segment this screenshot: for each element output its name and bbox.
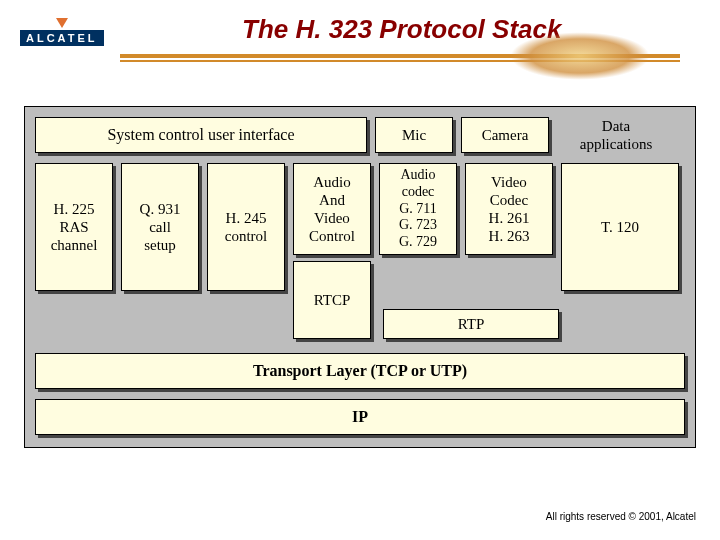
box-t120: T. 120 [561, 163, 679, 291]
protocol-stack-diagram: System control user interface Mic Camera… [24, 106, 696, 448]
alcatel-logo: ALCATEL [20, 18, 104, 46]
box-rtcp: RTCP [293, 261, 371, 339]
header-divider [120, 54, 680, 94]
box-data-applications: Data applications [557, 117, 675, 153]
box-video-codec: Video Codec H. 261 H. 263 [465, 163, 553, 255]
box-system-control: System control user interface [35, 117, 367, 153]
header-graphic-icon [510, 32, 650, 80]
box-q931: Q. 931 call setup [121, 163, 199, 291]
box-av-control: Audio And Video Control [293, 163, 371, 255]
box-rtp: RTP [383, 309, 559, 339]
box-mic: Mic [375, 117, 453, 153]
logo-marker-icon [56, 18, 68, 28]
box-ip: IP [35, 399, 685, 435]
box-h245: H. 245 control [207, 163, 285, 291]
box-transport-layer: Transport Layer (TCP or UTP) [35, 353, 685, 389]
copyright-footer: All rights reserved © 2001, Alcatel [546, 511, 696, 522]
box-h225: H. 225 RAS channel [35, 163, 113, 291]
logo-text: ALCATEL [20, 30, 104, 46]
box-camera: Camera [461, 117, 549, 153]
box-audio-codec: Audio codec G. 711 G. 723 G. 729 [379, 163, 457, 255]
